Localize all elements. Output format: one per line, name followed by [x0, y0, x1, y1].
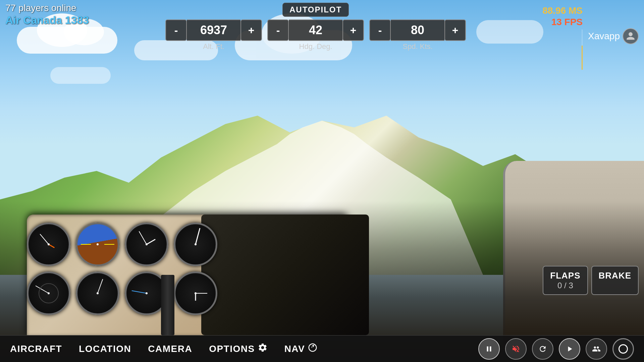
speed-value: 80 — [391, 19, 444, 41]
users-button[interactable] — [586, 338, 607, 360]
nav-item-options[interactable]: OPTIONS — [209, 343, 268, 355]
players-online-count: 77 players online — [5, 3, 89, 13]
airspeed-gauge — [27, 223, 70, 266]
nav-item-nav[interactable]: NAV — [284, 343, 318, 355]
nav-item-camera[interactable]: CAMERA — [148, 344, 192, 354]
pause-button[interactable] — [478, 338, 500, 360]
nav-item-location[interactable]: LOCATION — [79, 344, 131, 354]
altitude-value: 6937 — [187, 19, 240, 41]
brake-label: BRAKE — [599, 270, 631, 281]
nav-items-left: AIRCRAFT LOCATION CAMERA OPTIONS NAV — [10, 343, 318, 355]
heading-minus-button[interactable]: - — [267, 19, 289, 41]
location-label: LOCATION — [79, 344, 131, 354]
autopilot-label: AUTOPILOT — [282, 3, 349, 17]
avatar-icon — [623, 28, 639, 44]
nav-compass-icon — [308, 343, 318, 355]
record-button[interactable] — [612, 338, 634, 360]
altitude-control: - 6937 + Alt. Ft. — [165, 19, 262, 51]
play-button[interactable] — [559, 338, 580, 360]
username: Xavapp — [588, 31, 620, 42]
altitude-minus-button[interactable]: - — [165, 19, 187, 41]
clock-gauge — [174, 272, 217, 315]
autopilot-section: AUTOPILOT - 6937 + Alt. Ft. - 42 + Hdg. … — [165, 3, 466, 51]
vsi-gauge — [76, 272, 119, 315]
heading-group: - 42 + — [267, 19, 364, 41]
center-console — [201, 215, 369, 335]
altitude-plus-button[interactable]: + — [240, 19, 262, 41]
perf-bar-fill — [582, 46, 583, 70]
options-gear-icon — [258, 343, 268, 355]
heading-gauge — [27, 272, 70, 315]
flight-label: Air Canada 1383 — [5, 14, 89, 26]
nav-controls-right — [478, 338, 634, 360]
record-dot-icon — [619, 344, 628, 354]
options-label: OPTIONS — [209, 344, 255, 354]
aircraft-label: AIRCRAFT — [10, 344, 62, 354]
flaps-value: 0 / 3 — [550, 281, 580, 290]
nav-item-aircraft[interactable]: AIRCRAFT — [10, 344, 62, 354]
flight-info: 77 players online Air Canada 1383 — [5, 3, 89, 26]
speed-label: Spd. Kts. — [402, 42, 432, 51]
refresh-button[interactable] — [532, 338, 553, 360]
bottom-nav: AIRCRAFT LOCATION CAMERA OPTIONS NAV — [0, 335, 644, 362]
performance-stats: 88.96 MS 13 FPS — [542, 3, 583, 70]
mute-button[interactable] — [505, 338, 527, 360]
heading-value: 42 — [289, 19, 342, 41]
altimeter-gauge — [125, 223, 168, 266]
heading-plus-button[interactable]: + — [342, 19, 364, 41]
perf-bar — [582, 29, 583, 70]
heading-control: - 42 + Hdg. Deg. — [267, 19, 364, 51]
flight-controls: FLAPS 0 / 3 BRAKE — [543, 266, 639, 295]
camera-label: CAMERA — [148, 344, 192, 354]
speed-control: - 80 + Spd. Kts. — [369, 19, 466, 51]
flaps-control[interactable]: FLAPS 0 / 3 — [543, 266, 588, 295]
nav-label: NAV — [284, 344, 305, 354]
fps-stat: 13 FPS — [551, 17, 583, 27]
brake-control[interactable]: BRAKE — [591, 266, 639, 295]
attitude-gauge — [76, 223, 119, 266]
autopilot-controls: - 6937 + Alt. Ft. - 42 + Hdg. Deg. - — [165, 19, 466, 51]
speed-group: - 80 + — [369, 19, 466, 41]
speed-plus-button[interactable]: + — [444, 19, 466, 41]
turn-coordinator — [174, 223, 217, 266]
cloud-4 — [50, 67, 111, 84]
flaps-label: FLAPS — [550, 270, 580, 281]
ms-stat: 88.96 MS — [542, 5, 583, 16]
heading-label: Hdg. Deg. — [299, 42, 332, 51]
yoke-column — [161, 275, 174, 335]
top-right-hud: 88.96 MS 13 FPS Xavapp — [542, 3, 639, 70]
hud-top: 77 players online Air Canada 1383 AUTOPI… — [0, 0, 644, 40]
instruments-area — [27, 223, 217, 315]
speed-minus-button[interactable]: - — [369, 19, 391, 41]
user-profile[interactable]: Xavapp — [588, 28, 639, 44]
altitude-label: Alt. Ft. — [203, 42, 224, 51]
altitude-group: - 6937 + — [165, 19, 262, 41]
